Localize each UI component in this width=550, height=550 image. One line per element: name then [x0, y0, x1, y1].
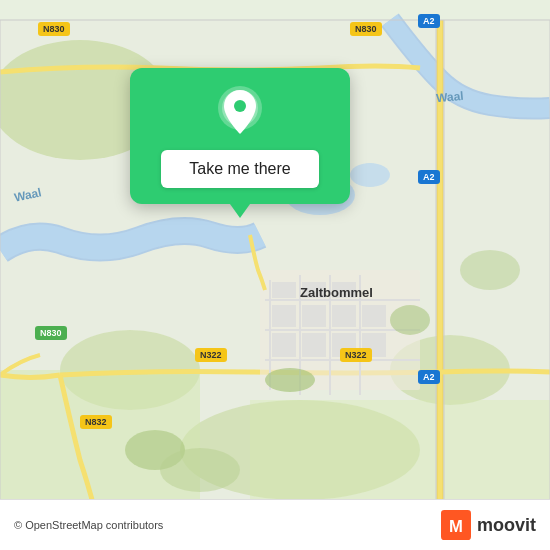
svg-point-38 — [460, 250, 520, 290]
svg-rect-27 — [302, 305, 326, 327]
location-pin-icon — [214, 86, 266, 138]
svg-rect-26 — [272, 305, 296, 327]
svg-rect-24 — [302, 282, 326, 298]
svg-point-37 — [160, 448, 240, 492]
svg-text:M: M — [449, 517, 463, 536]
svg-point-35 — [390, 305, 430, 335]
svg-point-42 — [234, 100, 246, 112]
svg-rect-30 — [272, 333, 296, 357]
popup-card: Take me there — [130, 68, 350, 204]
svg-rect-25 — [332, 282, 356, 298]
svg-point-9 — [350, 163, 390, 187]
moovit-logo: M moovit — [441, 510, 536, 540]
svg-rect-23 — [272, 282, 296, 298]
svg-point-34 — [265, 368, 315, 392]
osm-attribution: © OpenStreetMap contributors — [14, 519, 163, 531]
take-me-there-button[interactable]: Take me there — [161, 150, 318, 188]
svg-rect-28 — [332, 305, 356, 327]
moovit-text: moovit — [477, 515, 536, 536]
svg-rect-29 — [362, 305, 386, 327]
svg-rect-31 — [302, 333, 326, 357]
bottom-bar: © OpenStreetMap contributors M moovit — [0, 499, 550, 550]
moovit-icon: M — [441, 510, 471, 540]
svg-rect-32 — [332, 333, 356, 357]
map-container: A2 A2 A2 N830 N830 N830 N322 N322 N832 N… — [0, 0, 550, 550]
svg-rect-33 — [362, 333, 386, 357]
